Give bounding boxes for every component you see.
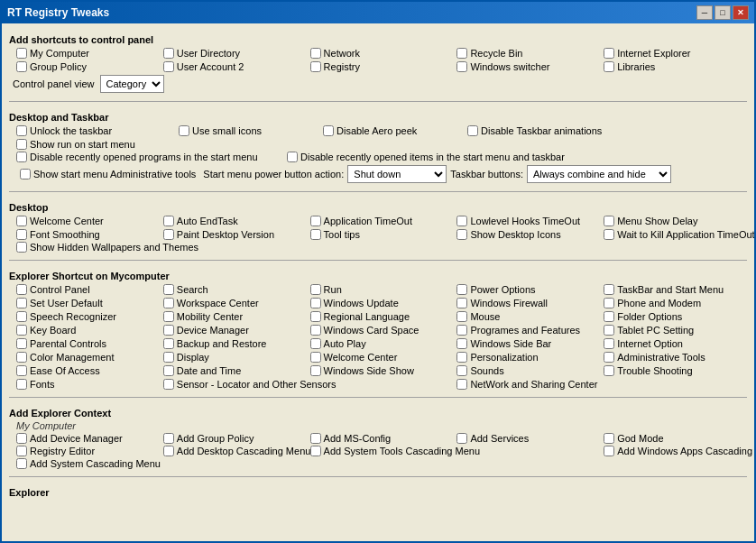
list-item[interactable]: Display: [160, 351, 307, 364]
list-item[interactable]: Add Windows Apps Cascading Menu: [600, 445, 747, 457]
list-item[interactable]: Show Hidden Wallpapers and Themes: [13, 241, 202, 253]
list-item[interactable]: Run: [307, 283, 454, 296]
list-item[interactable]: Add Desktop Cascading Menu: [160, 445, 307, 457]
list-item[interactable]: Application TimeOut: [307, 215, 454, 227]
font-smoothing-checkbox[interactable]: [16, 229, 27, 240]
control-panel-select[interactable]: Category: [100, 75, 164, 93]
list-item[interactable]: Date and Time: [160, 364, 307, 377]
list-item[interactable]: Mouse: [453, 310, 600, 323]
list-item[interactable]: Unlock the taskbar: [13, 124, 175, 137]
my-computer-checkbox[interactable]: [16, 48, 27, 59]
list-item[interactable]: Add System Tools Cascading Menu: [307, 445, 601, 457]
list-item[interactable]: Auto Play: [307, 337, 454, 350]
list-item[interactable]: Welcome Center: [307, 351, 454, 364]
list-item[interactable]: User Directory: [160, 47, 307, 60]
list-item[interactable]: Speech Recognizer: [13, 310, 160, 323]
list-item[interactable]: Registry Editor: [13, 445, 160, 457]
unlock-taskbar-checkbox[interactable]: [16, 125, 27, 136]
list-item[interactable]: Menu Show Delay: [600, 215, 747, 227]
list-item[interactable]: Recycle Bin: [453, 47, 600, 60]
list-item[interactable]: Registry: [307, 60, 454, 73]
close-button[interactable]: ✕: [733, 5, 749, 20]
list-item[interactable]: Programes and Features: [453, 324, 600, 336]
list-item[interactable]: Font Smoothing: [13, 228, 160, 241]
list-item[interactable]: Regional Language: [307, 310, 454, 323]
group-policy-checkbox[interactable]: [16, 61, 27, 72]
list-item[interactable]: Use small icons: [175, 124, 319, 137]
list-item[interactable]: Show run on start menu: [13, 138, 175, 151]
disable-aero-checkbox[interactable]: [323, 125, 334, 136]
list-item[interactable]: Device Manager: [160, 324, 307, 336]
disable-taskbar-anim-checkbox[interactable]: [467, 125, 478, 136]
list-item[interactable]: TaskBar and Start Menu: [600, 283, 747, 296]
registry-checkbox[interactable]: [310, 61, 321, 72]
list-item[interactable]: Windows Firewall: [453, 297, 600, 309]
list-item[interactable]: Folder Options: [600, 310, 747, 323]
list-item[interactable]: Trouble Shooting: [600, 364, 747, 377]
recycle-bin-checkbox[interactable]: [456, 48, 467, 59]
list-item[interactable]: Disable Taskbar animations: [464, 124, 644, 137]
show-admin-tools-checkbox[interactable]: [20, 169, 31, 179]
list-item[interactable]: Sensor - Locator and Other Sensors: [160, 378, 454, 391]
minimize-button[interactable]: ─: [696, 5, 713, 20]
list-item[interactable]: Tablet PC Setting: [600, 324, 747, 336]
list-item[interactable]: Network: [307, 47, 454, 60]
list-item[interactable]: Disable Aero peek: [319, 124, 464, 137]
list-item[interactable]: Fonts: [13, 378, 160, 391]
menu-show-delay-checkbox[interactable]: [604, 216, 614, 226]
list-item[interactable]: Add Device Manager: [13, 432, 160, 445]
power-button-select[interactable]: Shut down: [347, 165, 447, 183]
list-item[interactable]: Sounds: [453, 364, 600, 377]
list-item[interactable]: Color Management: [13, 351, 160, 364]
wait-kill-checkbox[interactable]: [604, 229, 614, 240]
list-item[interactable]: Tool tips: [307, 228, 454, 241]
list-item[interactable]: Windows Update: [307, 297, 454, 309]
list-item[interactable]: Group Policy: [13, 60, 160, 73]
list-item[interactable]: Workspace Center: [160, 297, 307, 309]
list-item[interactable]: Add MS-Config: [307, 432, 454, 445]
maximize-button[interactable]: □: [715, 5, 731, 20]
list-item[interactable]: Ease Of Access: [13, 364, 160, 377]
list-item[interactable]: My Computer: [13, 47, 160, 60]
list-item[interactable]: Disable recently opened programs in the …: [13, 151, 283, 163]
list-item[interactable]: Internet Explorer: [600, 47, 747, 60]
list-item[interactable]: God Mode: [600, 432, 747, 445]
list-item[interactable]: Disable recently opened items in the sta…: [283, 151, 644, 163]
user-account2-checkbox[interactable]: [163, 61, 174, 72]
list-item[interactable]: Add System Cascading Menu: [13, 457, 164, 470]
list-item[interactable]: Add Services: [453, 432, 600, 445]
list-item[interactable]: Set User Default: [13, 297, 160, 309]
list-item[interactable]: NetWork and Sharing Center: [453, 378, 747, 391]
list-item[interactable]: User Account 2: [160, 60, 307, 73]
disable-recent-items-checkbox[interactable]: [287, 152, 298, 162]
list-item[interactable]: Backup and Restore: [160, 337, 307, 350]
list-item[interactable]: Show Desktop Icons: [453, 228, 600, 241]
list-item[interactable]: Administrative Tools: [600, 351, 747, 364]
auto-endtask-checkbox[interactable]: [163, 216, 174, 226]
list-item[interactable]: Windows Card Space: [307, 324, 454, 336]
list-item[interactable]: Lowlevel Hooks TimeOut: [453, 215, 600, 227]
list-item[interactable]: Mobility Center: [160, 310, 307, 323]
list-item[interactable]: Search: [160, 283, 307, 296]
user-directory-checkbox[interactable]: [163, 48, 174, 59]
list-item[interactable]: Windows switcher: [453, 60, 600, 73]
disable-recent-programs-checkbox[interactable]: [16, 152, 27, 162]
list-item[interactable]: Key Board: [13, 324, 160, 336]
list-item[interactable]: Wait to Kill Application TimeOut: [600, 228, 747, 241]
list-item[interactable]: Personalization: [453, 351, 600, 364]
taskbar-buttons-select[interactable]: Always combine and hide: [527, 165, 671, 183]
list-item[interactable]: Windows Side Show: [307, 364, 454, 377]
show-desktop-icons-checkbox[interactable]: [456, 229, 467, 240]
list-item[interactable]: Control Panel: [13, 283, 160, 296]
list-item[interactable]: Add Group Policy: [160, 432, 307, 445]
show-hidden-wallpapers-checkbox[interactable]: [16, 242, 27, 253]
list-item[interactable]: Welcome Center: [13, 215, 160, 227]
list-item[interactable]: Phone and Modem: [600, 297, 747, 309]
list-item[interactable]: Windows Side Bar: [453, 337, 600, 350]
list-item[interactable]: Power Options: [453, 283, 600, 296]
small-icons-checkbox[interactable]: [179, 125, 189, 136]
list-item[interactable]: Libraries: [600, 60, 747, 73]
list-item[interactable]: Parental Controls: [13, 337, 160, 350]
welcome-center-checkbox[interactable]: [16, 216, 27, 226]
list-item[interactable]: Internet Option: [600, 337, 747, 350]
